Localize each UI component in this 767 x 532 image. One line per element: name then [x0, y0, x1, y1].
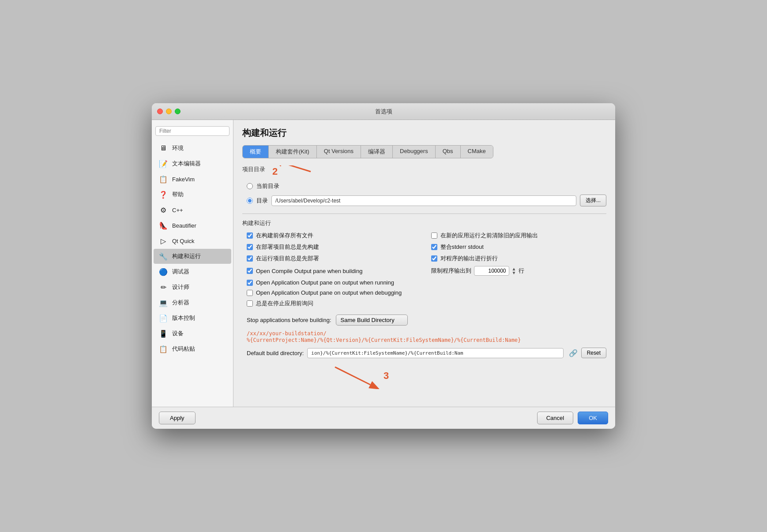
sidebar-item-analyzer[interactable]: 💻分析器	[154, 295, 231, 310]
apply-button[interactable]: Apply	[159, 412, 196, 424]
sidebar-icon-cpp: ⚙	[158, 205, 169, 215]
sidebar-item-text-editor[interactable]: 📝文本编辑器	[154, 156, 231, 171]
sidebar-item-build-run[interactable]: 🔧构建和运行	[154, 249, 231, 264]
sidebar-icon-build-run: 🔧	[158, 251, 169, 262]
build-dir-icon[interactable]: 🔗	[569, 349, 578, 357]
sidebar-item-code-paste[interactable]: 📋代码粘贴	[154, 341, 231, 356]
checkbox-open-app-debug-label: Open Application Output pane on output w…	[256, 289, 402, 296]
build-run-label: 构建和运行	[242, 220, 271, 226]
main-panel: 构建和运行 概要构建套件(Kit)Qt Versions编译器Debuggers…	[233, 120, 615, 407]
preferences-window: 首选项 🖥环境📝文本编辑器📋FakeVim❓帮助⚙C++👠Beautifier▷…	[152, 103, 615, 429]
checkbox-clear-app-output-label: 在新的应用运行之前清除旧的应用输出	[440, 232, 538, 240]
checkbox-clear-app-output[interactable]: 在新的应用运行之前清除旧的应用输出	[431, 232, 607, 240]
checkbox-open-compile-input[interactable]	[247, 268, 253, 274]
radio-current-dir[interactable]: 当前目录	[247, 182, 606, 190]
arrow-2-icon	[278, 165, 313, 176]
sidebar-item-designer[interactable]: ✏设计师	[154, 280, 231, 295]
default-build-row: Default build directory: 🔗 Reset	[247, 348, 606, 358]
checkbox-open-app-output[interactable]: Open Application Output pane on output w…	[247, 279, 606, 286]
sidebar-label-qtquick: Qt Quick	[172, 238, 195, 244]
checkbox-open-app-output-input[interactable]	[247, 280, 253, 286]
checkbox-wrap-output[interactable]: 对程序的输出进行折行	[431, 255, 607, 262]
checkbox-always-deploy[interactable]: 在运行项目前总是先部署	[247, 255, 422, 262]
svg-line-1	[282, 165, 311, 172]
sidebar-item-fakevim[interactable]: 📋FakeVim	[154, 172, 231, 187]
checkbox-open-compile[interactable]: Open Compile Output pane when building	[247, 266, 422, 276]
tab-compiler[interactable]: 编译器	[361, 146, 393, 158]
default-build-input[interactable]	[307, 348, 563, 358]
sidebar: 🖥环境📝文本编辑器📋FakeVim❓帮助⚙C++👠Beautifier▷Qt Q…	[152, 120, 233, 407]
sidebar-item-version-control[interactable]: 📄版本控制	[154, 311, 231, 326]
tab-debuggers[interactable]: Debuggers	[393, 146, 436, 158]
page-title: 构建和运行	[242, 127, 606, 139]
close-button[interactable]	[157, 109, 163, 114]
checkbox-always-build-input[interactable]	[247, 244, 253, 250]
sidebar-label-debugger: 调试器	[172, 268, 189, 276]
sidebar-label-fakevim: FakeVim	[172, 176, 195, 183]
sidebar-icon-environment: 🖥	[158, 143, 169, 154]
annotation-3-container: 3	[331, 363, 606, 389]
stop-apps-dropdown[interactable]: Same Build Directory Always Never Ask	[336, 315, 408, 326]
checkbox-always-deploy-input[interactable]	[247, 255, 253, 262]
checkbox-merge-stderr-input[interactable]	[431, 244, 437, 250]
traffic-lights	[157, 109, 180, 114]
checkbox-always-build[interactable]: 在部署项目前总是先构建	[247, 243, 422, 251]
sidebar-item-qtquick[interactable]: ▷Qt Quick	[154, 233, 231, 248]
limit-output-suffix: 行	[519, 267, 524, 275]
checkbox-save-before-build-label: 在构建前保存所有文件	[256, 232, 313, 240]
footer-right: Cancel OK	[537, 412, 608, 424]
sidebar-icon-designer: ✏	[158, 282, 169, 292]
sidebar-icon-version-control: 📄	[158, 313, 169, 323]
checkbox-wrap-output-input[interactable]	[431, 255, 437, 262]
choose-button[interactable]: 选择...	[580, 195, 606, 206]
sidebar-icon-help: ❓	[158, 189, 169, 200]
checkbox-open-app-debug-input[interactable]	[247, 290, 253, 296]
checkbox-always-ask-input[interactable]	[247, 300, 253, 307]
checkbox-save-before-build[interactable]: 在构建前保存所有文件	[247, 232, 422, 240]
tab-cmake[interactable]: CMake	[461, 146, 493, 158]
radio-current-dir-input[interactable]	[247, 183, 253, 189]
tab-kits[interactable]: 构建套件(Kit)	[269, 146, 317, 158]
filter-input[interactable]	[155, 126, 229, 136]
settings-panel: 项目目录 2	[242, 165, 606, 407]
directory-input[interactable]	[271, 195, 576, 206]
sidebar-item-devices[interactable]: 📱设备	[154, 326, 231, 341]
checkbox-open-app-output-label: Open Application Output pane on output w…	[256, 279, 394, 286]
checkbox-always-ask[interactable]: 总是在停止应用前询问	[247, 300, 606, 307]
sidebar-icon-analyzer: 💻	[158, 297, 169, 308]
checkbox-clear-app-output-input[interactable]	[431, 232, 437, 239]
limit-output-spinner[interactable]	[474, 266, 509, 276]
sidebar-label-help: 帮助	[172, 191, 184, 199]
radio-directory[interactable]: 目录 选择...	[247, 195, 606, 206]
sidebar-label-beautifier: Beautifier	[172, 222, 196, 229]
annotation-3: 3	[384, 370, 389, 382]
checkbox-save-before-build-input[interactable]	[247, 232, 253, 239]
maximize-button[interactable]	[175, 109, 180, 114]
footer: Apply Cancel OK	[152, 407, 615, 429]
cancel-button[interactable]: Cancel	[537, 412, 573, 424]
section-divider	[242, 214, 606, 214]
minimize-button[interactable]	[166, 109, 172, 114]
sidebar-item-cpp[interactable]: ⚙C++	[154, 202, 231, 217]
ok-button[interactable]: OK	[578, 412, 608, 424]
tab-overview[interactable]: 概要	[243, 146, 269, 158]
svg-line-3	[335, 367, 370, 385]
sidebar-icon-text-editor: 📝	[158, 158, 169, 169]
stop-apps-dropdown-wrapper: Same Build Directory Always Never Ask	[336, 315, 408, 326]
checkbox-open-app-debug[interactable]: Open Application Output pane on output w…	[247, 289, 606, 296]
radio-directory-input[interactable]	[247, 198, 253, 204]
tab-qt-versions[interactable]: Qt Versions	[317, 146, 361, 158]
radio-directory-label: 目录	[256, 197, 268, 205]
overlay-text-container: /xx/xx/your-buildstation/%{CurrentProjec…	[247, 330, 606, 343]
tab-qbs[interactable]: Qbs	[436, 146, 461, 158]
sidebar-item-debugger[interactable]: 🔵调试器	[154, 264, 231, 279]
sidebar-item-environment[interactable]: 🖥环境	[154, 141, 231, 156]
sidebar-item-help[interactable]: ❓帮助	[154, 187, 231, 202]
checkbox-merge-stderr[interactable]: 整合stderr stdout	[431, 243, 607, 251]
checkbox-wrap-output-label: 对程序的输出进行折行	[440, 255, 498, 262]
reset-button[interactable]: Reset	[581, 348, 606, 358]
project-dir-radio-group: 当前目录 目录 选择...	[247, 182, 606, 206]
sidebar-label-environment: 环境	[172, 144, 184, 152]
spinner-up-icon[interactable]: ▲▼	[512, 267, 516, 275]
sidebar-item-beautifier[interactable]: 👠Beautifier	[154, 218, 231, 233]
